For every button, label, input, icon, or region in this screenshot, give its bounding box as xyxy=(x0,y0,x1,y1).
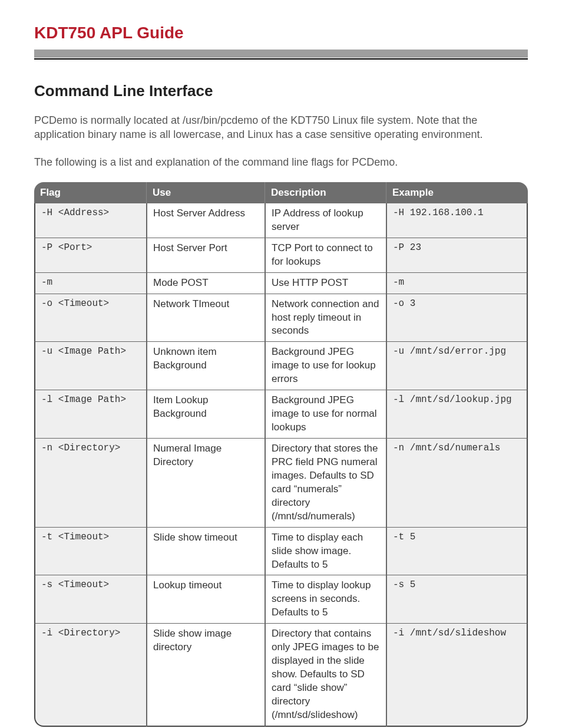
cell-flag: -t <Timeout> xyxy=(34,528,147,576)
table-row: -t <Timeout>Slide show timeoutTime to di… xyxy=(34,528,528,576)
cell-flag: -H <Address> xyxy=(34,203,147,238)
col-header-description: Description xyxy=(265,182,386,203)
cell-flag: -i <Directory> xyxy=(34,624,147,727)
cell-example: -t 5 xyxy=(386,528,528,576)
cell-example: -s 5 xyxy=(386,575,528,624)
cell-use: Host Server Port xyxy=(147,238,265,273)
cell-flag: -o <Timeout> xyxy=(34,294,147,342)
table-row: -H <Address>Host Server AddressIP Addres… xyxy=(34,203,528,238)
cell-flag: -P <Port> xyxy=(34,238,147,273)
cell-use: Host Server Address xyxy=(147,203,265,238)
table-row: -u <Image Path>Unknown item BackgroundBa… xyxy=(34,342,528,390)
cell-example: -m xyxy=(386,273,528,294)
cell-flag: -l <Image Path> xyxy=(34,390,147,439)
cell-desc: Network connection and host reply timeou… xyxy=(265,294,386,342)
cell-example: -o 3 xyxy=(386,294,528,342)
table-header-row: Flag Use Description Example xyxy=(34,182,528,203)
header-gray-bar xyxy=(34,50,528,58)
table-row: -P <Port>Host Server PortTCP Port to con… xyxy=(34,238,528,273)
intro-paragraph-2: The following is a list and explanation … xyxy=(34,155,528,169)
cell-flag: -n <Directory> xyxy=(34,439,147,528)
cell-desc: Directory that contains only JPEG images… xyxy=(265,624,386,727)
cell-desc: Background JPEG image to use for lookup … xyxy=(265,342,386,390)
table-row: -l <Image Path>Item Lookup BackgroundBac… xyxy=(34,390,528,439)
col-header-flag: Flag xyxy=(34,182,147,203)
cell-example: -l /mnt/sd/lookup.jpg xyxy=(386,390,528,439)
cell-desc: Use HTTP POST xyxy=(265,273,386,294)
table-row: -s <Timeout>Lookup timeoutTime to displa… xyxy=(34,575,528,624)
cell-use: Network TImeout xyxy=(147,294,265,342)
table-row: -n <Directory>Numeral Image DirectoryDir… xyxy=(34,439,528,528)
cell-example: -i /mnt/sd/slideshow xyxy=(386,624,528,727)
cell-desc: Directory that stores the PRC field PNG … xyxy=(265,439,386,528)
cell-example: -H 192.168.100.1 xyxy=(386,203,528,238)
cell-use: Mode POST xyxy=(147,273,265,294)
cell-desc: IP Address of lookup server xyxy=(265,203,386,238)
cell-flag: -s <Timeout> xyxy=(34,575,147,624)
cell-use: Numeral Image Directory xyxy=(147,439,265,528)
cell-desc: Time to display lookup screens in second… xyxy=(265,575,386,624)
header-rule xyxy=(34,58,528,60)
cell-example: -P 23 xyxy=(386,238,528,273)
document-title: KDT750 APL Guide xyxy=(34,24,528,42)
cell-use: Unknown item Background xyxy=(147,342,265,390)
table-row: -o <Timeout>Network TImeoutNetwork conne… xyxy=(34,294,528,342)
col-header-use: Use xyxy=(147,182,265,203)
cell-example: -u /mnt/sd/error.jpg xyxy=(386,342,528,390)
table-row: -mMode POSTUse HTTP POST-m xyxy=(34,273,528,294)
cell-use: Slide show image directory xyxy=(147,624,265,727)
table-row: -i <Directory>Slide show image directory… xyxy=(34,624,528,727)
cell-flag: -u <Image Path> xyxy=(34,342,147,390)
cell-desc: TCP Port to connect to for lookups xyxy=(265,238,386,273)
flags-table: Flag Use Description Example -H <Address… xyxy=(34,182,528,727)
section-heading: Command Line Interface xyxy=(34,82,528,100)
cell-flag: -m xyxy=(34,273,147,294)
col-header-example: Example xyxy=(386,182,528,203)
cell-example: -n /mnt/sd/numerals xyxy=(386,439,528,528)
cell-use: Item Lookup Background xyxy=(147,390,265,439)
cell-use: Slide show timeout xyxy=(147,528,265,576)
cell-use: Lookup timeout xyxy=(147,575,265,624)
intro-paragraph-1: PCDemo is normally located at /usr/bin/p… xyxy=(34,113,528,142)
cell-desc: Background JPEG image to use for normal … xyxy=(265,390,386,439)
cell-desc: Time to display each slide show image. D… xyxy=(265,528,386,576)
